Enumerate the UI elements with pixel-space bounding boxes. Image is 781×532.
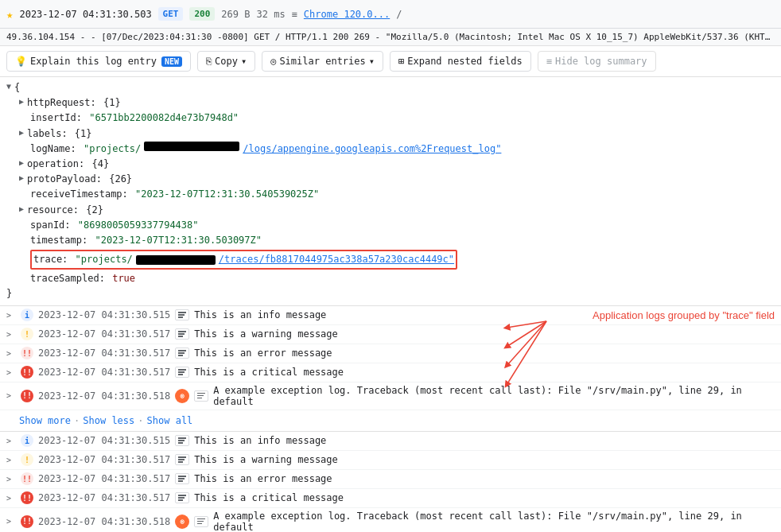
json-root-open: ▼ { [6, 80, 775, 95]
log-timestamp: 2023-12-07 04:31:30.518 [38, 516, 170, 527]
log-expand-btn[interactable]: > [6, 349, 16, 358]
log-entry-row: >i2023-12-07 04:31:30.515This is an info… [0, 432, 781, 451]
log-expand-btn[interactable]: > [6, 437, 16, 445]
top-bar: ★ 2023-12-07 04:31:30.503 GET 200 269 B … [0, 0, 781, 29]
json-field-traceSampled: traceSampled: true [6, 271, 775, 286]
log-entry-row: >!2023-12-07 04:31:30.517This is a warni… [0, 325, 781, 344]
explain-label: Explain this log entry [30, 56, 157, 67]
log-expand-btn[interactable]: > [6, 475, 16, 483]
log-timestamp: 2023-12-07 04:31:30.515 [38, 309, 170, 320]
log-message: This is a critical message [194, 492, 775, 503]
star-icon[interactable]: ★ [6, 8, 13, 21]
log-message: A example exception log. Traceback (most… [213, 511, 775, 532]
json-field-labels: ▶ labels: {1} [6, 126, 775, 142]
severity-icon: i [21, 434, 33, 447]
json-field-logName: logName: "projects//logs/appengine.googl… [6, 142, 775, 157]
val-labels: {1} [75, 126, 92, 142]
expand-nested-button[interactable]: ⊞ Expand nested fields [390, 51, 531, 72]
separator-1: · [74, 415, 80, 426]
expand-label: Expand nested fields [407, 56, 523, 67]
json-close-brace: } [6, 286, 12, 301]
key-timestamp: timestamp: [30, 233, 93, 248]
copy-button[interactable]: ⎘ Copy ▾ [197, 51, 255, 72]
severity-icon: !! [21, 390, 33, 402]
browser-info[interactable]: Chrome 120.0... [304, 9, 390, 20]
show-more-link[interactable]: Show more [19, 415, 71, 426]
expand-arrow-protoPayload[interactable]: ▶ [19, 172, 24, 184]
separator-2: · [138, 415, 143, 426]
log-entry-row: >!!2023-12-07 04:31:30.518⊗A example exc… [0, 382, 781, 410]
standalone-logs-section: >i2023-12-07 04:31:30.515This is an info… [0, 432, 781, 532]
log-filter-icon[interactable] [194, 390, 208, 402]
http-status-badge: 200 [189, 7, 215, 21]
val-logName-link[interactable]: /logs/appengine.googleapis.com%2Frequest… [243, 142, 501, 157]
log-expand-btn[interactable]: > [6, 494, 16, 503]
log-entry-row: >i2023-12-07 04:31:30.515This is an info… [0, 306, 781, 325]
show-all-link[interactable]: Show all [147, 415, 193, 426]
log-filter-icon[interactable] [175, 309, 189, 320]
key-labels: labels: [27, 126, 73, 142]
json-root-brace: { [14, 80, 20, 95]
new-badge: NEW [161, 56, 182, 67]
copy-icon: ⎘ [206, 56, 212, 67]
log-entry-row: >!!2023-12-07 04:31:30.518⊗A example exc… [0, 508, 781, 532]
log-expand-btn[interactable]: > [6, 311, 16, 320]
collapse-root-arrow[interactable]: ▼ [6, 80, 11, 93]
json-field-insertId: insertId: "6571bb2200082d4e73b7948d" [6, 111, 775, 126]
severity-icon: !! [21, 515, 33, 528]
key-logName: logName: [30, 142, 82, 157]
key-spanId: spanId: [30, 218, 76, 233]
log-filter-icon[interactable] [175, 492, 189, 503]
similar-dropdown-icon: ▾ [369, 56, 375, 67]
log-timestamp: 2023-12-07 04:31:30.515 [38, 435, 170, 446]
show-less-link[interactable]: Show less [83, 415, 134, 426]
val-receiveTimestamp: "2023-12-07T12:31:30.540539025Z" [135, 187, 319, 202]
expand-arrow-resource[interactable]: ▶ [19, 203, 24, 216]
key-trace: trace: [33, 252, 74, 267]
log-timestamp: 2023-12-07 04:31:30.517 [38, 367, 170, 378]
hide-icon: ≡ [546, 56, 552, 67]
log-entry-row: >!!2023-12-07 04:31:30.517This is a crit… [0, 363, 781, 382]
log-entry-row: >!!2023-12-07 04:31:30.517This is an err… [0, 344, 781, 363]
log-entry-row: >!!2023-12-07 04:31:30.517This is an err… [0, 470, 781, 489]
severity-icon: ! [21, 328, 33, 340]
val-traceSampled: true [112, 271, 135, 286]
log-filter-icon[interactable] [175, 328, 189, 340]
explain-button[interactable]: 💡 Explain this log entry NEW [6, 51, 191, 72]
toolbar: 💡 Explain this log entry NEW ⎘ Copy ▾ ◎ … [0, 46, 781, 77]
json-root-close: } [6, 286, 775, 301]
json-field-receiveTimestamp: receiveTimestamp: "2023-12-07T12:31:30.5… [6, 187, 775, 202]
severity-icon: !! [21, 491, 33, 504]
expand-arrow-labels[interactable]: ▶ [19, 126, 24, 139]
log-filter-icon[interactable] [175, 348, 189, 359]
val-logName-redacted [144, 142, 239, 151]
log-filter-icon[interactable] [175, 454, 189, 465]
similar-entries-button[interactable]: ◎ Similar entries ▾ [262, 51, 383, 72]
copy-label: Copy [215, 56, 238, 67]
json-field-httpRequest: ▶ httpRequest: {1} [6, 95, 775, 111]
log-expand-btn[interactable]: > [6, 517, 16, 526]
exception-icon: ⊗ [175, 515, 189, 529]
val-protoPayload: {26} [109, 172, 132, 187]
response-size: 269 B [221, 9, 250, 20]
log-expand-btn[interactable]: > [6, 456, 16, 464]
similar-icon: ◎ [270, 56, 276, 67]
expand-arrow-httpRequest[interactable]: ▶ [19, 95, 24, 108]
expand-arrow-operation[interactable]: ▶ [19, 157, 24, 169]
key-httpRequest: httpRequest: [27, 95, 102, 111]
log-expand-btn[interactable]: > [6, 391, 16, 400]
hide-summary-button[interactable]: ≡ Hide log summary [538, 51, 656, 72]
log-filter-icon[interactable] [175, 367, 189, 378]
val-trace-link[interactable]: /traces/fb8817044975ac338a57a230cac4449c… [219, 252, 454, 267]
severity-icon: !! [21, 347, 33, 359]
log-filter-icon[interactable] [194, 516, 208, 527]
log-message: This is a warning message [194, 328, 775, 340]
json-field-timestamp: timestamp: "2023-12-07T12:31:30.503097Z" [6, 233, 775, 248]
log-filter-icon[interactable] [175, 435, 189, 446]
log-expand-btn[interactable]: > [6, 330, 16, 339]
expand-icon: ⊞ [398, 56, 404, 67]
log-expand-btn[interactable]: > [6, 368, 16, 377]
hide-label: Hide log summary [555, 56, 647, 67]
severity-icon: !! [21, 366, 33, 379]
log-filter-icon[interactable] [175, 473, 189, 484]
